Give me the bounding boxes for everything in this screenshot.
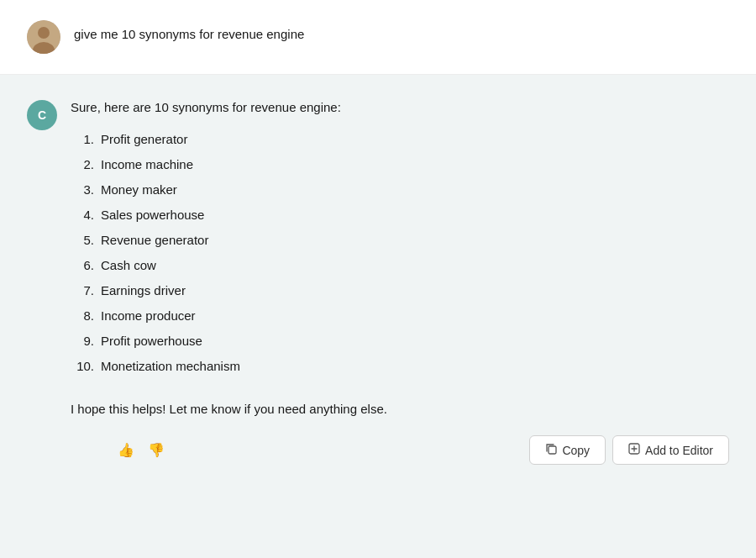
synonym-item: 9.Profit powerhouse	[71, 331, 729, 351]
list-number: 6.	[71, 255, 94, 276]
ai-response-section: C Sure, here are 10 synonyms for revenue…	[0, 75, 756, 558]
synonym-item: 8.Income producer	[71, 306, 729, 326]
synonym-item: 3.Money maker	[71, 180, 729, 200]
synonym-text: Profit generator	[101, 129, 187, 150]
list-number: 5.	[71, 230, 94, 250]
feedback-buttons: 👍 👎	[114, 439, 168, 461]
synonym-text: Money maker	[101, 180, 177, 200]
ai-content: Sure, here are 10 synonyms for revenue e…	[71, 98, 729, 465]
list-number: 8.	[71, 306, 94, 326]
synonym-item: 4.Sales powerhouse	[71, 205, 729, 225]
synonym-item: 5.Revenue generator	[71, 230, 729, 250]
svg-point-1	[38, 27, 50, 39]
synonym-item: 10.Monetization mechanism	[71, 356, 729, 376]
copy-label: Copy	[562, 444, 590, 457]
list-number: 2.	[71, 155, 94, 175]
synonym-text: Earnings driver	[101, 281, 186, 301]
thumbs-down-icon: 👎	[148, 442, 165, 458]
list-number: 9.	[71, 331, 94, 351]
list-number: 1.	[71, 129, 94, 150]
synonym-text: Income producer	[101, 306, 196, 326]
synonym-text: Revenue generator	[101, 230, 208, 250]
ai-intro-text: Sure, here are 10 synonyms for revenue e…	[71, 98, 729, 118]
page-wrapper: give me 10 synonyms for revenue engine C…	[0, 0, 756, 558]
action-bar: 👍 👎	[71, 432, 729, 465]
synonym-item: 6.Cash cow	[71, 255, 729, 276]
copy-icon	[545, 443, 557, 457]
ai-response-inner: C Sure, here are 10 synonyms for revenue…	[27, 98, 729, 541]
add-to-editor-button[interactable]: Add to Editor	[612, 435, 729, 465]
synonym-text: Profit powerhouse	[101, 331, 202, 351]
svg-rect-3	[549, 446, 556, 454]
user-avatar	[27, 20, 60, 54]
user-message-section: give me 10 synonyms for revenue engine	[0, 0, 756, 75]
synonym-text: Income machine	[101, 155, 193, 175]
synonym-item: 1.Profit generator	[71, 129, 729, 150]
editor-icon	[628, 443, 640, 457]
editor-label: Add to Editor	[645, 444, 713, 457]
user-message-text: give me 10 synonyms for revenue engine	[74, 20, 304, 41]
copy-button[interactable]: Copy	[529, 435, 606, 465]
list-number: 4.	[71, 205, 94, 225]
action-buttons: Copy Add to Editor	[529, 435, 729, 465]
thumbs-up-button[interactable]: 👍	[114, 439, 138, 461]
ai-footer-text: I hope this helps! Let me know if you ne…	[71, 400, 729, 419]
thumbs-up-icon: 👍	[118, 442, 134, 458]
list-number: 7.	[71, 281, 94, 301]
synonym-text: Cash cow	[101, 255, 156, 276]
list-number: 10.	[71, 356, 94, 376]
synonym-text: Sales powerhouse	[101, 205, 204, 225]
synonym-item: 7.Earnings driver	[71, 281, 729, 301]
synonym-text: Monetization mechanism	[101, 356, 240, 376]
ai-avatar: C	[27, 100, 57, 130]
synonyms-list: 1.Profit generator2.Income machine3.Mone…	[71, 129, 729, 382]
synonym-item: 2.Income machine	[71, 155, 729, 175]
list-number: 3.	[71, 180, 94, 200]
thumbs-down-button[interactable]: 👎	[144, 439, 168, 461]
